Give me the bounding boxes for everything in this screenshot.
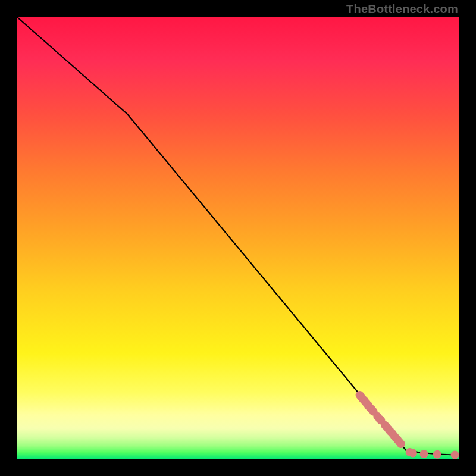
chart-curve bbox=[17, 17, 459, 455]
data-point bbox=[419, 450, 428, 458]
data-point bbox=[451, 451, 459, 459]
chart-points bbox=[356, 391, 459, 459]
data-point bbox=[397, 440, 405, 448]
attribution-text: TheBottleneck.com bbox=[346, 2, 458, 16]
chart-overlay bbox=[17, 17, 459, 459]
data-point bbox=[433, 450, 441, 459]
data-point bbox=[409, 449, 417, 458]
